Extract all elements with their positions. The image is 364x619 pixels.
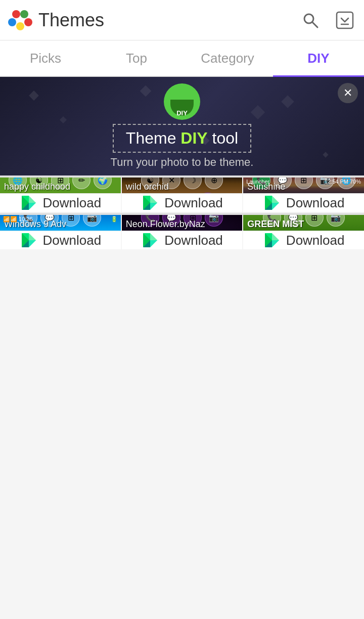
svg-marker-35 xyxy=(150,240,157,247)
theme-item-green-mist: GREEN MIST 23:05 Wed. September 5 📞 💬 ⊞ … xyxy=(243,215,364,249)
tab-top[interactable]: Top xyxy=(91,40,182,76)
svg-point-4 xyxy=(24,18,32,26)
theme-name-happy-childhood: happy childhood xyxy=(4,182,70,192)
search-button[interactable] xyxy=(299,9,322,31)
play-store-icon-4 xyxy=(20,231,38,249)
play-store-icon-2 xyxy=(141,194,159,212)
download-manager-button[interactable] xyxy=(334,9,356,31)
svg-point-3 xyxy=(16,22,24,30)
download-label-neon-flower: Download xyxy=(164,233,223,248)
svg-line-8 xyxy=(341,18,345,22)
play-store-icon-3 xyxy=(263,194,281,212)
svg-marker-30 xyxy=(29,240,36,247)
status-bar-sunshine: Launcher 12:54 PM 70% xyxy=(243,178,364,190)
svg-marker-29 xyxy=(29,233,36,240)
download-manager-icon xyxy=(335,10,355,30)
svg-point-0 xyxy=(12,10,20,18)
theme-item-happy-childhood: 己乌 🌐 ☯ ⊞ ✏ 🌍 happy childhood xyxy=(0,178,121,212)
svg-point-2 xyxy=(8,18,16,26)
download-button-sunshine[interactable]: Download xyxy=(243,193,364,212)
svg-marker-19 xyxy=(150,196,157,203)
svg-marker-14 xyxy=(29,196,36,203)
download-button-wild-orchid[interactable]: Download xyxy=(122,193,243,212)
theme-preview-neon-flower[interactable]: Neon.Flower.byNaz 23:05 Wed. September 5… xyxy=(122,215,243,231)
svg-point-1 xyxy=(20,10,28,18)
theme-item-sunshine: Launcher 12:54 PM 70% Sunshine 23:05 Wed… xyxy=(243,178,364,212)
banner-title: Theme DIY tool xyxy=(126,129,238,147)
theme-row-1: 己乌 🌐 ☯ ⊞ ✏ 🌍 happy childhood xyxy=(0,178,364,212)
diy-banner: DIY Theme DIY tool Turn your photo to be… xyxy=(0,77,364,175)
theme-preview-wild-orchid[interactable]: wild orchid 23:05 Wed, September 5 ☯ ✕ ☽… xyxy=(122,178,243,193)
theme-name-green-mist: GREEN MIST xyxy=(247,219,304,230)
tab-category[interactable]: Category xyxy=(182,40,273,76)
banner-close-button[interactable]: ✕ xyxy=(338,83,358,103)
svg-rect-7 xyxy=(337,12,353,28)
download-label-happy-childhood: Download xyxy=(43,195,102,211)
search-icon xyxy=(301,11,320,29)
tab-diy[interactable]: DIY xyxy=(273,40,364,76)
theme-name-wild-orchid: wild orchid xyxy=(126,182,169,192)
theme-preview-happy-childhood[interactable]: 己乌 🌐 ☯ ⊞ ✏ 🌍 happy childhood xyxy=(0,178,121,193)
logo-icon xyxy=(8,8,32,32)
svg-marker-20 xyxy=(150,203,157,210)
play-store-icon xyxy=(20,194,38,212)
theme-item-windows9: 📶📶 10:26 🔋 Windows 9 Adv 23:05 Wed. Sept… xyxy=(0,215,121,249)
svg-marker-40 xyxy=(272,240,279,247)
download-button-neon-flower[interactable]: Download xyxy=(122,231,243,249)
theme-item-wild-orchid: wild orchid 23:05 Wed, September 5 ☯ ✕ ☽… xyxy=(122,178,243,212)
download-label-windows9: Download xyxy=(43,233,102,248)
theme-preview-sunshine[interactable]: Launcher 12:54 PM 70% Sunshine 23:05 Wed… xyxy=(243,178,364,193)
download-button-green-mist[interactable]: Download xyxy=(243,231,364,249)
svg-marker-25 xyxy=(272,203,279,210)
banner-title-box: Theme DIY tool xyxy=(113,124,251,153)
svg-line-9 xyxy=(345,18,348,22)
download-label-wild-orchid: Download xyxy=(164,195,223,211)
play-store-icon-5 xyxy=(141,231,159,249)
app-title: Themes xyxy=(38,10,104,31)
play-store-icon-6 xyxy=(263,231,281,249)
theme-preview-windows9[interactable]: 📶📶 10:26 🔋 Windows 9 Adv 23:05 Wed. Sept… xyxy=(0,215,121,231)
header-actions xyxy=(299,9,356,31)
theme-name-neon-flower: Neon.Flower.byNaz xyxy=(126,219,205,230)
diy-icon: DIY xyxy=(164,83,200,120)
download-button-happy-childhood[interactable]: Download xyxy=(0,193,121,212)
download-button-windows9[interactable]: Download xyxy=(0,231,121,249)
tab-bar: Picks Top Category DIY xyxy=(0,40,364,77)
theme-row-2: 📶📶 10:26 🔋 Windows 9 Adv 23:05 Wed. Sept… xyxy=(0,215,364,249)
status-bar-windows: 📶📶 10:26 🔋 xyxy=(0,215,121,227)
theme-item-neon-flower: Neon.Flower.byNaz 23:05 Wed. September 5… xyxy=(122,215,243,249)
download-label-sunshine: Download xyxy=(286,195,345,211)
diy-icon-label: DIY xyxy=(176,109,188,117)
theme-preview-green-mist[interactable]: GREEN MIST 23:05 Wed. September 5 📞 💬 ⊞ … xyxy=(243,215,364,231)
svg-marker-15 xyxy=(29,203,36,210)
download-label-green-mist: Download xyxy=(286,233,345,248)
banner-subtitle: Turn your photo to be theme. xyxy=(111,156,254,169)
svg-marker-39 xyxy=(272,233,279,240)
tab-picks[interactable]: Picks xyxy=(0,40,91,76)
svg-marker-24 xyxy=(272,196,279,203)
app-logo: Themes xyxy=(8,8,104,32)
svg-marker-34 xyxy=(150,233,157,240)
header: Themes xyxy=(0,0,364,40)
svg-line-6 xyxy=(312,22,317,27)
